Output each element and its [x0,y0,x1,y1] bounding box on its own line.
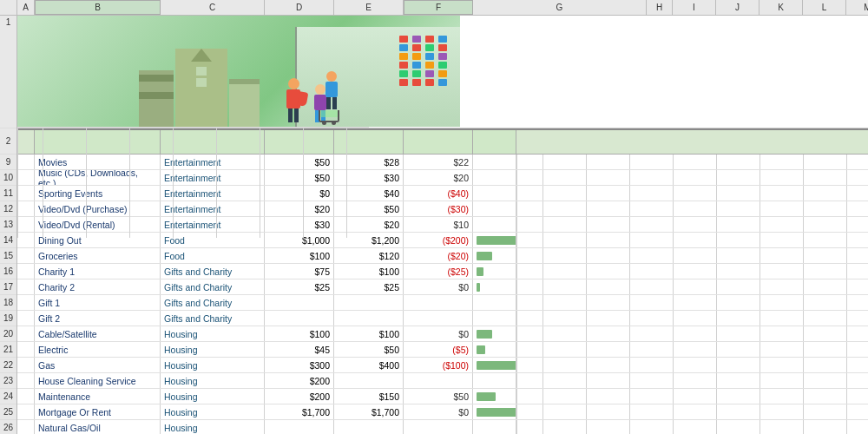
col-header-i[interactable]: I [673,0,716,15]
row-num-16: 16 [0,264,16,279]
cell-projected [265,311,334,326]
cell-description[interactable]: Groceries [35,248,161,263]
cell-description[interactable]: Maintenance [35,389,161,404]
table-row[interactable]: House Cleaning Service Housing $200 [17,373,868,389]
cell-spacer [17,342,35,357]
col-header-k[interactable]: K [760,0,803,15]
main-area: 1 2 9 10 11 12 13 14 15 16 17 18 19 20 2… [0,16,868,434]
cell-actual: $120 [334,248,404,263]
cell-spacer [17,311,35,326]
row-num-23: 23 [0,373,16,389]
row-num-9: 9 [0,155,16,170]
cell-actual: $150 [334,389,404,404]
cell-description[interactable]: House Cleaning Service [35,373,161,388]
cell-description[interactable]: Gas [35,358,161,372]
table-row[interactable]: Gas Housing $300 $400 ($100) [17,358,868,373]
col-header-empty [0,0,17,15]
cell-difference: ($100) [404,358,473,372]
row-num-24: 24 [0,389,16,404]
col-header-f[interactable]: F [404,0,473,15]
shelf-unit-3 [425,36,434,86]
cart-shopper [323,71,339,122]
cell-actual: $400 [334,358,404,372]
shelf-unit-1 [399,36,408,86]
row-num-banner: 1 [0,16,16,128]
row-num-25: 25 [0,404,16,420]
cell-spacer [17,358,35,372]
cell-actual [334,420,404,434]
cell-spacer [17,404,35,419]
table-row[interactable]: Groceries Food $100 $120 ($20) [17,248,868,264]
cell-actual: $100 [334,326,404,341]
cape-person [286,78,300,122]
cell-description[interactable]: Mortgage Or Rent [35,404,161,419]
col-header-h[interactable]: H [647,0,673,15]
cell-actual: $1,700 [334,404,404,419]
cell-difference: ($25) [404,264,473,279]
table-row[interactable]: Gift 2 Gifts and Charity [17,311,868,326]
cell-description[interactable]: Charity 2 [35,279,161,294]
table-row[interactable]: Charity 2 Gifts and Charity $25 $25 $0 [17,279,868,295]
table-row[interactable]: Charity 1 Gifts and Charity $75 $100 ($2… [17,264,868,279]
cell-difference: ($5) [404,342,473,357]
col-header-d[interactable]: D [265,0,334,15]
cell-projected [265,420,334,434]
cell-projected: $1,700 [265,404,334,419]
row-num-14: 14 [0,233,16,248]
cell-category: Gifts and Charity [161,264,265,279]
cell-category: Housing [161,373,265,388]
cell-description[interactable]: Gift 2 [35,311,161,326]
table-row[interactable]: Maintenance Housing $200 $150 $50 [17,389,868,404]
cell-overview [473,264,516,279]
cell-overview [473,389,516,404]
row-numbers: 1 2 9 10 11 12 13 14 15 16 17 18 19 20 2… [0,16,17,434]
cell-difference: $0 [404,279,473,294]
cell-spacer [17,326,35,341]
cell-actual [334,373,404,388]
cell-description[interactable]: Gift 1 [35,295,161,310]
table-row[interactable]: Electric Housing $45 $50 ($5) [17,342,868,358]
cell-projected: $75 [265,264,334,279]
cell-description[interactable]: Charity 1 [35,264,161,279]
cell-description[interactable]: Electric [35,342,161,357]
table-row[interactable]: Cable/Satellite Housing $100 $100 $0 [17,326,868,342]
row-num-10: 10 [0,170,16,186]
col-header-b[interactable]: B [35,0,161,15]
cell-projected: $300 [265,358,334,372]
cell-category: Housing [161,342,265,357]
col-header-l[interactable]: L [803,0,846,15]
cell-category: Gifts and Charity [161,295,265,310]
col-header-g[interactable]: G [473,0,647,15]
cell-overview [473,420,516,434]
row-num-20: 20 [0,326,16,342]
table-row[interactable]: Mortgage Or Rent Housing $1,700 $1,700 $… [17,404,868,420]
cell-category: Gifts and Charity [161,279,265,294]
cell-projected: $100 [265,326,334,341]
col-header-m[interactable]: M [846,0,868,15]
cell-description[interactable]: Natural Gas/Oil [35,420,161,434]
building-1 [139,70,174,127]
col-header-c[interactable]: C [161,0,265,15]
cell-category: Food [161,248,265,263]
cell-spacer [17,295,35,310]
table-row[interactable]: Natural Gas/Oil Housing [17,420,868,434]
cell-spacer [17,389,35,404]
row-num-15: 15 [0,248,16,264]
cell-projected: $25 [265,279,334,294]
cell-category: Housing [161,404,265,419]
col-header-e[interactable]: E [334,0,404,15]
cell-actual: $25 [334,279,404,294]
cell-overview [473,248,516,263]
row-num-22: 22 [0,358,16,373]
cell-overview [473,358,516,372]
cell-overview [473,326,516,341]
col-header-j[interactable]: J [716,0,760,15]
cell-description[interactable]: Cable/Satellite [35,326,161,341]
cell-overview [473,342,516,357]
cell-projected [265,295,334,310]
grid-content: Movies Entertainment $50 $28 $22 Music (… [17,16,868,434]
table-row[interactable]: Gift 1 Gifts and Charity [17,295,868,311]
cell-spacer [17,248,35,263]
cell-category: Gifts and Charity [161,311,265,326]
col-header-a[interactable]: A [17,0,35,15]
